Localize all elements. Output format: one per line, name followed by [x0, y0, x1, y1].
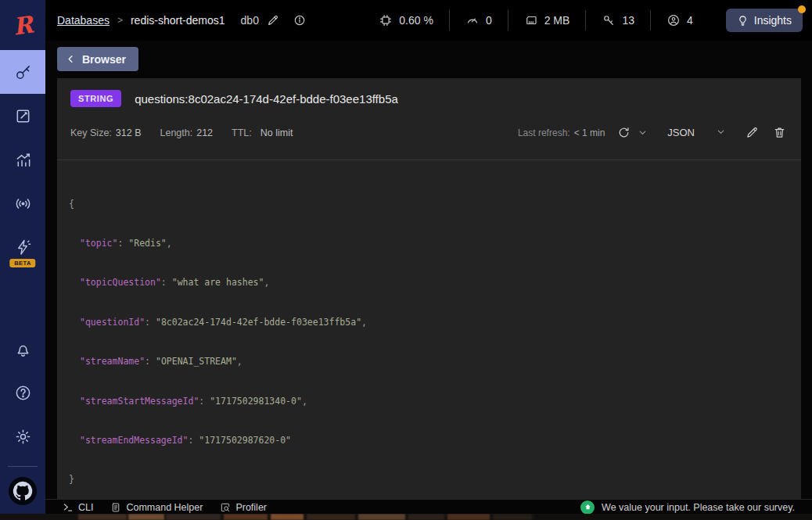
json-open-brace: {: [69, 199, 74, 210]
json-line: "questionId": "8c02ac24-174d-42ef-bdde-f…: [69, 316, 789, 329]
redisinsight-app: R: [0, 0, 812, 520]
settings-button[interactable]: [0, 414, 45, 458]
sidebar-item-workbench[interactable]: [0, 94, 45, 138]
stat-cpu-value: 0.60 %: [399, 14, 433, 27]
chevron-down-icon: [638, 128, 647, 137]
refresh-button[interactable]: [617, 126, 631, 139]
key-length-label: Length:: [160, 127, 192, 138]
profiler-icon: [220, 502, 231, 513]
triggers-functions-icon: [14, 238, 32, 256]
key-details-panel: STRING questions:8c02ac24-174d-42ef-bdde…: [57, 78, 801, 499]
survey-banner[interactable]: We value your input. Please take our sur…: [580, 500, 795, 515]
insights-label: Insights: [754, 14, 792, 27]
desktop-sliver: [0, 514, 812, 520]
json-value: "1717502987620-0": [199, 435, 291, 446]
workbench-icon: [14, 107, 32, 125]
key-icon: [14, 63, 32, 81]
stat-cpu: 0.60 %: [363, 13, 449, 27]
redis-logo[interactable]: R: [0, 0, 45, 50]
database-index: db0: [241, 14, 259, 27]
json-comma: ,: [264, 277, 269, 288]
last-refresh-value: < 1 min: [574, 127, 605, 138]
format-selector[interactable]: JSON: [667, 127, 725, 138]
edit-value-button[interactable]: [746, 126, 759, 139]
sidebar-item-triggers-functions[interactable]: BETA: [0, 225, 45, 269]
json-key: "topic": [80, 238, 117, 249]
terminal-icon: [63, 502, 74, 513]
json-value: "Redis": [128, 238, 166, 249]
key-value-viewer[interactable]: { "topic": "Redis", "topicQuestion": "wh…: [57, 160, 801, 520]
json-separator: :: [199, 396, 210, 407]
edit-database-button[interactable]: [267, 14, 279, 27]
sidebar-item-browser[interactable]: [0, 50, 45, 94]
format-selector-value: JSON: [667, 127, 695, 138]
gauge-icon: [465, 13, 480, 27]
refresh-icon: [617, 126, 631, 139]
json-comma: ,: [237, 356, 243, 367]
stat-connected-clients: 4: [651, 13, 709, 27]
stat-memory-value: 2 MB: [544, 14, 570, 27]
key-name: questions:8c02ac24-174d-42ef-bdde-f03ee1…: [135, 92, 398, 106]
key-title-row: STRING questions:8c02ac24-174d-42ef-bdde…: [70, 90, 788, 107]
key-size-value: 312 B: [116, 127, 142, 138]
profiler-button[interactable]: Profiler: [220, 502, 267, 513]
key-ttl[interactable]: TTL: No limit: [232, 127, 293, 138]
key-size: Key Size: 312 B: [70, 127, 141, 138]
cli-button[interactable]: CLI: [63, 502, 93, 513]
key-length-value: 212: [196, 127, 213, 138]
json-key: "questionId": [80, 317, 145, 328]
key-length: Length: 212: [160, 127, 213, 138]
stat-commands-value: 0: [486, 14, 492, 27]
stat-total-keys: 13: [586, 13, 650, 27]
command-helper-button[interactable]: Command Helper: [110, 502, 203, 513]
key-details-header: STRING questions:8c02ac24-174d-42ef-bdde…: [57, 78, 801, 160]
gear-icon: [14, 428, 32, 446]
stat-keys-value: 13: [622, 14, 634, 27]
cpu-icon: [379, 13, 393, 27]
feedback-icon: [580, 500, 595, 515]
json-separator: :: [145, 356, 156, 367]
key-type-badge: STRING: [70, 90, 121, 107]
pubsub-icon: [14, 195, 32, 213]
refresh-options-button[interactable]: [638, 128, 647, 137]
bottom-bar: CLI Command Helper Profiler We value you…: [45, 499, 812, 515]
help-button[interactable]: [0, 371, 45, 414]
beta-badge: BETA: [9, 259, 35, 267]
json-value: "1717502981340-0": [210, 396, 302, 407]
sidebar-divider: [8, 466, 38, 467]
json-line: "streamName": "OPENAI_STREAM",: [69, 355, 789, 368]
chevron-down-icon: [717, 127, 725, 138]
delete-key-button[interactable]: [773, 126, 786, 139]
document-icon: [110, 502, 121, 513]
sidebar: R: [0, 0, 45, 514]
key-meta-row: Key Size: 312 B Length: 212 TTL: No limi…: [70, 126, 788, 139]
json-separator: :: [188, 435, 199, 446]
json-close-brace: }: [69, 474, 74, 485]
database-info-button[interactable]: [293, 14, 306, 27]
cli-label: CLI: [78, 502, 93, 513]
memory-icon: [524, 13, 538, 27]
analytics-icon: [14, 151, 32, 169]
top-bar: Databases > redis-short-demos1 db0: [45, 0, 812, 41]
json-comma: ,: [167, 238, 172, 249]
json-key: "streamName": [80, 356, 145, 367]
insights-button[interactable]: Insights: [726, 9, 803, 32]
help-icon: [14, 384, 32, 402]
github-icon: [9, 477, 37, 505]
github-link[interactable]: [0, 473, 45, 509]
json-key: "streamEndMessageId": [80, 435, 188, 446]
sidebar-item-pubsub[interactable]: [0, 181, 45, 225]
notification-dot: [798, 5, 806, 13]
notifications-button[interactable]: [0, 327, 45, 371]
browser-back-button[interactable]: Browser: [57, 47, 138, 71]
json-comma: ,: [302, 396, 307, 407]
bell-icon: [14, 340, 32, 358]
json-line: }: [69, 473, 789, 486]
sidebar-item-analytics[interactable]: [0, 138, 45, 181]
pencil-icon: [267, 14, 279, 27]
key-actions: Last refresh: < 1 min JSON: [518, 126, 788, 139]
json-line: "topicQuestion": "what are hashes",: [69, 276, 789, 289]
breadcrumb-databases-link[interactable]: Databases: [57, 14, 110, 27]
json-line: "streamStartMessageId": "1717502981340-0…: [69, 395, 789, 408]
key-ttl-label: TTL:: [232, 127, 252, 138]
